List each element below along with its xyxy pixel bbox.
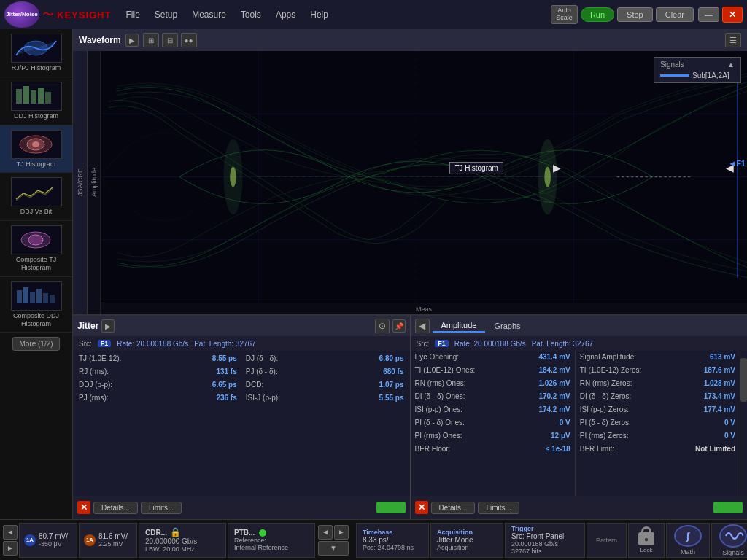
play-down-button[interactable]: ▼ — [318, 541, 349, 556]
cdr-sub: LBW: 20.00 MHz — [145, 545, 220, 553]
sidebar-item-tj[interactable]: TJ Histogram — [0, 125, 72, 174]
f1-marker: ◄F1 — [728, 159, 746, 168]
amplitude-pat-length: Pat. Length: 32767 — [532, 340, 594, 348]
jitter-limits-button[interactable]: Limits... — [141, 502, 182, 514]
rj-thumbnail — [11, 34, 62, 63]
nav-measure[interactable]: Measure — [186, 7, 232, 23]
jitter-details-button[interactable]: Details... — [93, 502, 138, 514]
jitter-pin-button[interactable]: 📌 — [392, 319, 406, 332]
amplitude-right-col: Signal Amplitude: 613 mV TI (1.0E-12) Ze… — [575, 351, 740, 496]
jitter-play-button[interactable]: ▶ — [101, 319, 115, 332]
amplitude-limits-button[interactable]: Limits... — [478, 502, 519, 514]
amplitude-scrollbar[interactable] — [740, 351, 747, 496]
signals-box: Signals ▲ Sub[1A,2A] — [654, 57, 741, 83]
jitter-title: Jitter — [77, 321, 98, 331]
auto-scale-button[interactable]: AutoScale — [551, 5, 578, 24]
sidebar-item-ddj[interactable]: DDJ Histogram — [0, 77, 72, 125]
amp-meas-r-3: DI (δ - δ) Zeros: 173.4 mV — [576, 390, 740, 403]
ptb-sub: Internal Reference — [234, 544, 309, 551]
svg-rect-5 — [45, 92, 51, 104]
ptb-title: PTB... — [234, 529, 255, 537]
signals-status[interactable]: Signals — [711, 523, 747, 558]
jitter-close-button[interactable]: ✕ — [77, 501, 90, 514]
lock-status: ● Lock — [628, 523, 665, 558]
nav-help[interactable]: Help — [304, 7, 334, 23]
stop-button[interactable]: Stop — [617, 7, 653, 22]
sidebar-rj-label: RJ/PJ Histogram — [12, 64, 61, 72]
clear-button[interactable]: Clear — [656, 7, 694, 22]
nav-up-arrow[interactable]: ◄ — [3, 525, 18, 540]
sidebar-item-rj[interactable]: RJ/PJ Histogram — [0, 29, 72, 77]
sidebar-item-cddj[interactable]: Composite DDJ Histogram — [0, 277, 72, 333]
acquisition-value: Jitter Mode — [437, 536, 497, 544]
amplitude-nav-left[interactable]: ◀ — [415, 319, 430, 333]
signals-collapse-icon[interactable]: ▲ — [727, 61, 735, 69]
cdr-title: CDR... — [145, 529, 167, 537]
svg-point-28 — [538, 139, 557, 215]
amp-meas-r-6: PI (rms) Zeros: 0 V — [576, 429, 740, 443]
app-logo: Jitter/Noise — [4, 1, 39, 28]
waveform-tools: ⊞ ⊟ ●● — [143, 33, 197, 47]
split-view-button[interactable]: ⊟ — [162, 33, 178, 47]
close-button[interactable]: ✕ — [722, 7, 743, 23]
ch2-sub: 2.25 mV — [98, 540, 128, 548]
play-left-button[interactable]: ◄ — [318, 525, 333, 540]
amp-meas-l-4: ISI (p-p) Ones: 174.2 mV — [411, 403, 575, 416]
jitter-collapse-button[interactable]: ⊙ — [375, 319, 390, 333]
scrollbar-thumb[interactable] — [740, 358, 747, 402]
svg-rect-14 — [36, 289, 42, 303]
trigger-sub: 20.000188 Gb/s — [511, 540, 578, 548]
amp-meas-l-5: PI (δ - δ) Ones: 0 V — [411, 416, 575, 429]
svg-point-0 — [24, 41, 47, 55]
nav-setup[interactable]: Setup — [149, 7, 183, 23]
jitter-pat-length: Pat. Length: 32767 — [194, 340, 256, 348]
amplitude-details-button[interactable]: Details... — [431, 502, 476, 514]
acquisition-label: Acquisition — [437, 529, 497, 536]
play-right-button[interactable]: ► — [334, 525, 349, 540]
dots-button[interactable]: ●● — [181, 33, 197, 47]
math-status[interactable]: ∫ Math — [666, 523, 710, 558]
center-area: Waveform ▶ ⊞ ⊟ ●● ☰ JSA/CRE — [73, 29, 747, 519]
amplitude-close-button[interactable]: ✕ — [415, 501, 428, 514]
ptb-ref: Reference: — [234, 537, 309, 544]
acquisition-status: Acquisition Jitter Mode Acquisition — [430, 523, 503, 558]
tab-graphs[interactable]: Graphs — [485, 319, 529, 332]
amplitude-src-label: Src: — [417, 340, 430, 348]
amp-meas-r-1: TI (1.0E-12) Zeros: 187.6 mV — [576, 364, 740, 377]
signals-box-header: Signals ▲ — [660, 61, 735, 69]
tab-amplitude[interactable]: Amplitude — [433, 319, 486, 332]
amp-meas-r-4: ISI (p-p) Zeros: 177.4 mV — [576, 403, 740, 416]
run-button[interactable]: Run — [581, 7, 614, 22]
amplitude-status-indicator — [713, 502, 743, 513]
waveform-play-button[interactable]: ▶ — [125, 34, 139, 47]
cdr-value: 20.000000 Gb/s — [145, 537, 220, 545]
x-axis-label: Meas — [416, 306, 432, 313]
svg-rect-15 — [43, 293, 48, 303]
svg-point-10 — [28, 235, 43, 245]
more-button[interactable]: More (1/2) — [12, 337, 59, 351]
bottom-section: Jitter ▶ ⊙ 📌 Src: F1 Rate: 20.000188 Gb/… — [73, 315, 747, 519]
amplitude-f1-badge: F1 — [435, 340, 449, 347]
math-icon: ∫ — [674, 525, 702, 547]
status-nav-arrows: ◄ ► — [3, 525, 18, 556]
nav-apps[interactable]: Apps — [270, 7, 301, 23]
sidebar-ctj-label: Composite TJ Histogram — [3, 256, 69, 272]
ddj-vs-thumbnail — [11, 177, 62, 206]
sidebar-tj-label: TJ Histogram — [17, 160, 56, 168]
waveform-menu-button[interactable]: ☰ — [725, 33, 741, 47]
svg-point-25 — [230, 167, 236, 187]
signals-box-title: Signals — [660, 61, 684, 69]
sidebar-item-ddj-vs[interactable]: DDJ Vs Bit — [0, 173, 72, 221]
minimize-button[interactable]: — — [698, 7, 719, 22]
signal-name-label: Sub[1A,2A] — [692, 71, 729, 79]
jitter-meas-row-5: PJ (δ - δ): 680 fs — [241, 365, 409, 378]
amp-meas-l-6: PI (rms) Ones: 12 μV — [411, 429, 575, 443]
nav-down-arrow[interactable]: ► — [3, 541, 18, 556]
svg-rect-12 — [23, 287, 28, 303]
svg-rect-11 — [17, 290, 22, 303]
grid-view-button[interactable]: ⊞ — [143, 33, 159, 47]
timebase-sub: Pos: 24.04798 ns — [363, 544, 422, 551]
nav-tools[interactable]: Tools — [235, 7, 267, 23]
sidebar-item-ctj[interactable]: Composite TJ Histogram — [0, 221, 72, 277]
nav-file[interactable]: File — [120, 7, 145, 23]
